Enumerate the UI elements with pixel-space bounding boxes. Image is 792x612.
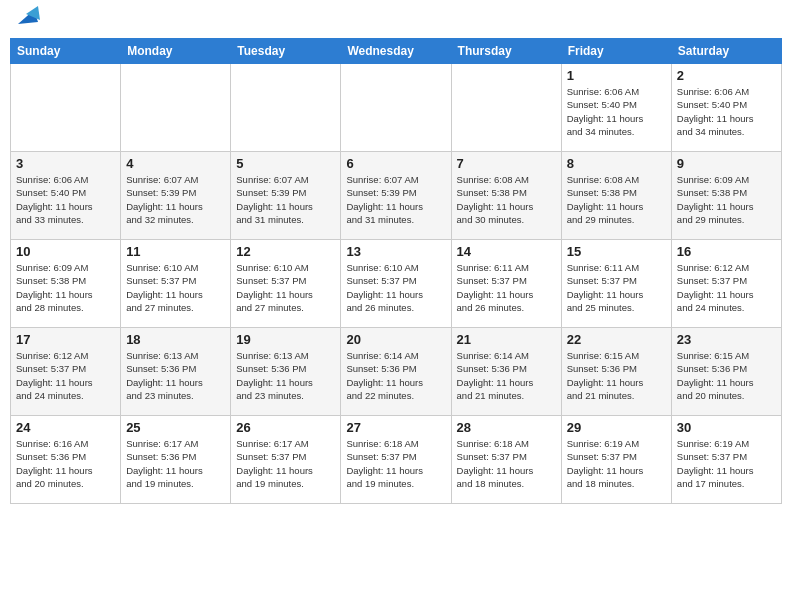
weekday-header-tuesday: Tuesday bbox=[231, 39, 341, 64]
day-number: 4 bbox=[126, 156, 225, 171]
calendar-cell: 16Sunrise: 6:12 AM Sunset: 5:37 PM Dayli… bbox=[671, 240, 781, 328]
calendar-cell: 22Sunrise: 6:15 AM Sunset: 5:36 PM Dayli… bbox=[561, 328, 671, 416]
calendar-cell: 17Sunrise: 6:12 AM Sunset: 5:37 PM Dayli… bbox=[11, 328, 121, 416]
weekday-header-wednesday: Wednesday bbox=[341, 39, 451, 64]
day-info: Sunrise: 6:11 AM Sunset: 5:37 PM Dayligh… bbox=[457, 261, 556, 314]
day-number: 21 bbox=[457, 332, 556, 347]
calendar-cell bbox=[121, 64, 231, 152]
day-info: Sunrise: 6:06 AM Sunset: 5:40 PM Dayligh… bbox=[16, 173, 115, 226]
day-number: 7 bbox=[457, 156, 556, 171]
calendar-cell: 20Sunrise: 6:14 AM Sunset: 5:36 PM Dayli… bbox=[341, 328, 451, 416]
day-number: 17 bbox=[16, 332, 115, 347]
weekday-header-sunday: Sunday bbox=[11, 39, 121, 64]
calendar-cell: 14Sunrise: 6:11 AM Sunset: 5:37 PM Dayli… bbox=[451, 240, 561, 328]
calendar-cell: 8Sunrise: 6:08 AM Sunset: 5:38 PM Daylig… bbox=[561, 152, 671, 240]
day-number: 8 bbox=[567, 156, 666, 171]
calendar-cell: 28Sunrise: 6:18 AM Sunset: 5:37 PM Dayli… bbox=[451, 416, 561, 504]
calendar: SundayMondayTuesdayWednesdayThursdayFrid… bbox=[10, 38, 782, 504]
day-info: Sunrise: 6:19 AM Sunset: 5:37 PM Dayligh… bbox=[677, 437, 776, 490]
weekday-header-thursday: Thursday bbox=[451, 39, 561, 64]
day-number: 26 bbox=[236, 420, 335, 435]
calendar-week-4: 24Sunrise: 6:16 AM Sunset: 5:36 PM Dayli… bbox=[11, 416, 782, 504]
day-number: 16 bbox=[677, 244, 776, 259]
calendar-cell: 3Sunrise: 6:06 AM Sunset: 5:40 PM Daylig… bbox=[11, 152, 121, 240]
day-info: Sunrise: 6:13 AM Sunset: 5:36 PM Dayligh… bbox=[236, 349, 335, 402]
calendar-cell: 4Sunrise: 6:07 AM Sunset: 5:39 PM Daylig… bbox=[121, 152, 231, 240]
day-info: Sunrise: 6:08 AM Sunset: 5:38 PM Dayligh… bbox=[567, 173, 666, 226]
weekday-header-monday: Monday bbox=[121, 39, 231, 64]
day-info: Sunrise: 6:07 AM Sunset: 5:39 PM Dayligh… bbox=[126, 173, 225, 226]
day-number: 3 bbox=[16, 156, 115, 171]
calendar-cell: 11Sunrise: 6:10 AM Sunset: 5:37 PM Dayli… bbox=[121, 240, 231, 328]
logo bbox=[10, 10, 42, 32]
calendar-header-row: SundayMondayTuesdayWednesdayThursdayFrid… bbox=[11, 39, 782, 64]
day-info: Sunrise: 6:10 AM Sunset: 5:37 PM Dayligh… bbox=[126, 261, 225, 314]
calendar-cell: 21Sunrise: 6:14 AM Sunset: 5:36 PM Dayli… bbox=[451, 328, 561, 416]
calendar-cell: 1Sunrise: 6:06 AM Sunset: 5:40 PM Daylig… bbox=[561, 64, 671, 152]
day-number: 6 bbox=[346, 156, 445, 171]
logo-text bbox=[10, 10, 42, 32]
day-number: 23 bbox=[677, 332, 776, 347]
calendar-cell bbox=[11, 64, 121, 152]
calendar-cell: 6Sunrise: 6:07 AM Sunset: 5:39 PM Daylig… bbox=[341, 152, 451, 240]
day-number: 19 bbox=[236, 332, 335, 347]
calendar-cell: 9Sunrise: 6:09 AM Sunset: 5:38 PM Daylig… bbox=[671, 152, 781, 240]
day-info: Sunrise: 6:10 AM Sunset: 5:37 PM Dayligh… bbox=[346, 261, 445, 314]
day-info: Sunrise: 6:08 AM Sunset: 5:38 PM Dayligh… bbox=[457, 173, 556, 226]
day-number: 14 bbox=[457, 244, 556, 259]
weekday-header-saturday: Saturday bbox=[671, 39, 781, 64]
day-info: Sunrise: 6:09 AM Sunset: 5:38 PM Dayligh… bbox=[16, 261, 115, 314]
day-info: Sunrise: 6:19 AM Sunset: 5:37 PM Dayligh… bbox=[567, 437, 666, 490]
day-info: Sunrise: 6:06 AM Sunset: 5:40 PM Dayligh… bbox=[567, 85, 666, 138]
day-number: 11 bbox=[126, 244, 225, 259]
calendar-cell: 13Sunrise: 6:10 AM Sunset: 5:37 PM Dayli… bbox=[341, 240, 451, 328]
calendar-week-0: 1Sunrise: 6:06 AM Sunset: 5:40 PM Daylig… bbox=[11, 64, 782, 152]
day-number: 22 bbox=[567, 332, 666, 347]
logo-icon bbox=[12, 2, 42, 32]
day-info: Sunrise: 6:14 AM Sunset: 5:36 PM Dayligh… bbox=[346, 349, 445, 402]
day-info: Sunrise: 6:16 AM Sunset: 5:36 PM Dayligh… bbox=[16, 437, 115, 490]
day-number: 27 bbox=[346, 420, 445, 435]
day-info: Sunrise: 6:15 AM Sunset: 5:36 PM Dayligh… bbox=[677, 349, 776, 402]
calendar-cell: 10Sunrise: 6:09 AM Sunset: 5:38 PM Dayli… bbox=[11, 240, 121, 328]
day-info: Sunrise: 6:09 AM Sunset: 5:38 PM Dayligh… bbox=[677, 173, 776, 226]
day-number: 20 bbox=[346, 332, 445, 347]
day-number: 15 bbox=[567, 244, 666, 259]
day-info: Sunrise: 6:07 AM Sunset: 5:39 PM Dayligh… bbox=[236, 173, 335, 226]
day-info: Sunrise: 6:07 AM Sunset: 5:39 PM Dayligh… bbox=[346, 173, 445, 226]
day-number: 25 bbox=[126, 420, 225, 435]
day-number: 12 bbox=[236, 244, 335, 259]
calendar-cell bbox=[231, 64, 341, 152]
calendar-cell: 27Sunrise: 6:18 AM Sunset: 5:37 PM Dayli… bbox=[341, 416, 451, 504]
calendar-cell: 24Sunrise: 6:16 AM Sunset: 5:36 PM Dayli… bbox=[11, 416, 121, 504]
calendar-cell: 12Sunrise: 6:10 AM Sunset: 5:37 PM Dayli… bbox=[231, 240, 341, 328]
calendar-week-2: 10Sunrise: 6:09 AM Sunset: 5:38 PM Dayli… bbox=[11, 240, 782, 328]
day-info: Sunrise: 6:12 AM Sunset: 5:37 PM Dayligh… bbox=[677, 261, 776, 314]
day-info: Sunrise: 6:15 AM Sunset: 5:36 PM Dayligh… bbox=[567, 349, 666, 402]
day-info: Sunrise: 6:12 AM Sunset: 5:37 PM Dayligh… bbox=[16, 349, 115, 402]
calendar-cell bbox=[341, 64, 451, 152]
day-info: Sunrise: 6:13 AM Sunset: 5:36 PM Dayligh… bbox=[126, 349, 225, 402]
day-info: Sunrise: 6:18 AM Sunset: 5:37 PM Dayligh… bbox=[346, 437, 445, 490]
header bbox=[10, 10, 782, 32]
day-info: Sunrise: 6:17 AM Sunset: 5:37 PM Dayligh… bbox=[236, 437, 335, 490]
calendar-cell: 29Sunrise: 6:19 AM Sunset: 5:37 PM Dayli… bbox=[561, 416, 671, 504]
calendar-body: 1Sunrise: 6:06 AM Sunset: 5:40 PM Daylig… bbox=[11, 64, 782, 504]
day-number: 9 bbox=[677, 156, 776, 171]
day-number: 24 bbox=[16, 420, 115, 435]
page: SundayMondayTuesdayWednesdayThursdayFrid… bbox=[0, 0, 792, 514]
day-number: 28 bbox=[457, 420, 556, 435]
day-number: 1 bbox=[567, 68, 666, 83]
day-number: 29 bbox=[567, 420, 666, 435]
calendar-week-3: 17Sunrise: 6:12 AM Sunset: 5:37 PM Dayli… bbox=[11, 328, 782, 416]
day-number: 10 bbox=[16, 244, 115, 259]
day-number: 2 bbox=[677, 68, 776, 83]
day-number: 18 bbox=[126, 332, 225, 347]
calendar-cell: 7Sunrise: 6:08 AM Sunset: 5:38 PM Daylig… bbox=[451, 152, 561, 240]
calendar-cell: 30Sunrise: 6:19 AM Sunset: 5:37 PM Dayli… bbox=[671, 416, 781, 504]
calendar-week-1: 3Sunrise: 6:06 AM Sunset: 5:40 PM Daylig… bbox=[11, 152, 782, 240]
day-info: Sunrise: 6:10 AM Sunset: 5:37 PM Dayligh… bbox=[236, 261, 335, 314]
weekday-header-friday: Friday bbox=[561, 39, 671, 64]
day-info: Sunrise: 6:18 AM Sunset: 5:37 PM Dayligh… bbox=[457, 437, 556, 490]
day-info: Sunrise: 6:06 AM Sunset: 5:40 PM Dayligh… bbox=[677, 85, 776, 138]
